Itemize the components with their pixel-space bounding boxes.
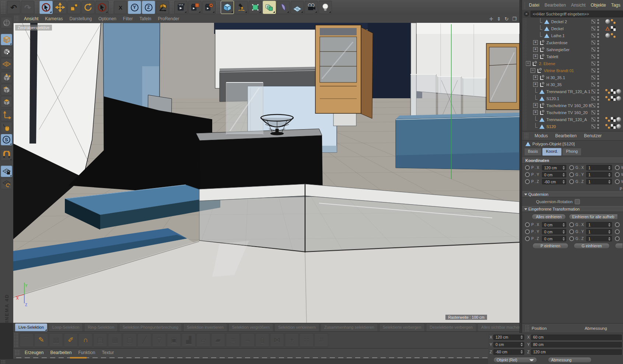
dots-tag-icon[interactable] xyxy=(611,19,616,24)
knife-tool-icon[interactable]: ✎ xyxy=(34,333,48,347)
selection-tab[interactable]: Deselektierte verbergen xyxy=(426,323,476,331)
object-manager-menu-item[interactable]: Tags xyxy=(611,3,620,8)
unfreeze-all-button[interactable]: Einfrieren für alle aufheb xyxy=(569,214,618,220)
editor-render-dots-icon[interactable] xyxy=(597,33,599,38)
expander-icon[interactable] xyxy=(533,47,538,52)
uvw-tag-icon[interactable] xyxy=(611,117,616,122)
expander-icon[interactable] xyxy=(538,26,543,31)
dots-tag-icon[interactable] xyxy=(605,96,610,101)
layer-toggle-icon[interactable] xyxy=(591,96,595,100)
freeze-g-button[interactable]: G einfrieren xyxy=(574,243,610,249)
keyframe-circle-icon[interactable] xyxy=(569,222,574,227)
dots-tag-icon[interactable] xyxy=(605,89,610,94)
shear-a-tool-icon[interactable]: ▱ xyxy=(196,333,210,347)
dimension-x-input[interactable]: 60 cm xyxy=(531,335,622,340)
object-label[interactable]: Deckel xyxy=(551,26,564,31)
expander-icon[interactable] xyxy=(533,117,538,122)
visibility-toggles[interactable] xyxy=(591,33,604,38)
points-mode-button[interactable] xyxy=(1,72,12,83)
position-input[interactable]: 0 cm xyxy=(542,229,566,234)
selection-tab[interactable]: Selektion vergrößern xyxy=(228,323,273,331)
layer-toggle-icon[interactable] xyxy=(591,33,595,38)
layer-toggle-icon[interactable] xyxy=(591,89,595,93)
lock-workplane-button[interactable] xyxy=(1,166,12,177)
visibility-toggles[interactable] xyxy=(591,96,604,101)
object-label[interactable]: Tischvitrine TV 160_20 B xyxy=(546,103,591,108)
dimension-y-input[interactable]: 80 cm xyxy=(531,342,622,347)
stepper-icon[interactable] xyxy=(562,179,565,184)
object-manager-menu-item[interactable]: Objekte xyxy=(591,3,606,8)
tweak-mode-button[interactable] xyxy=(1,122,12,133)
mirror-tool-icon[interactable]: ⋈ xyxy=(270,333,284,347)
size-input[interactable]: 1 xyxy=(586,229,612,234)
object-label[interactable]: 2. Ebene xyxy=(539,61,555,66)
stepper-icon[interactable] xyxy=(562,165,565,170)
size-input[interactable]: 1 xyxy=(586,179,612,184)
quaternion-section-header[interactable]: Quaternion xyxy=(522,191,623,197)
add-subdivision-surface-button[interactable] xyxy=(249,1,262,14)
layer-toggle-icon[interactable] xyxy=(591,47,595,52)
stepper-icon[interactable] xyxy=(562,172,565,177)
scale-tool-button[interactable] xyxy=(67,1,81,14)
uvw-tag-icon[interactable] xyxy=(611,96,616,101)
layer-toggle-icon[interactable] xyxy=(591,75,595,79)
object-label[interactable]: S120.1 xyxy=(546,96,559,101)
uvw-tag-icon[interactable] xyxy=(611,89,616,94)
selection-tab[interactable]: Live-Selektion xyxy=(15,323,48,331)
object-label[interactable]: H 30_35.1 xyxy=(546,75,565,80)
split-tool-icon[interactable]: ▯ xyxy=(255,333,269,347)
editor-render-dots-icon[interactable] xyxy=(597,124,599,129)
position-y-input[interactable]: 0 cm xyxy=(493,342,524,347)
keyframe-circle-icon[interactable] xyxy=(525,179,530,184)
search-input[interactable] xyxy=(531,11,623,17)
selection-tab[interactable]: Ring-Selektion xyxy=(84,323,118,331)
keyframe-circle-icon[interactable] xyxy=(569,165,574,170)
object-tree-row[interactable]: S120 xyxy=(522,123,623,130)
object-manager-grip[interactable] xyxy=(524,1,525,9)
material-tag-icon[interactable] xyxy=(616,124,621,129)
object-tree-row[interactable]: Lathe.1 xyxy=(522,32,623,39)
keyframe-circle-icon[interactable] xyxy=(615,172,620,177)
polygons-mode-button[interactable] xyxy=(1,96,12,107)
undo-button[interactable]: ↶ xyxy=(7,1,20,14)
object-tree-row[interactable]: Trennwand TR_120_A.1 xyxy=(522,88,623,95)
keyframe-circle-icon[interactable] xyxy=(615,165,620,170)
layer-toggle-icon[interactable] xyxy=(591,26,595,31)
material-tag-icon[interactable] xyxy=(616,117,621,122)
bridge-tool-icon[interactable]: ▣ xyxy=(167,333,181,347)
stepper-icon[interactable] xyxy=(520,335,523,340)
attribute-tab[interactable]: Phong xyxy=(562,148,581,156)
rotate-tool-button[interactable] xyxy=(81,1,95,14)
expander-icon[interactable] xyxy=(533,82,538,87)
inner-extrude-tool-icon[interactable]: ▥ xyxy=(108,333,122,347)
toolbar-grip[interactable] xyxy=(1,1,6,14)
visibility-toggles[interactable] xyxy=(591,117,604,122)
object-tree-row[interactable]: Tischvitrine TV 160_20 B xyxy=(522,102,623,109)
layer-toggle-icon[interactable] xyxy=(591,82,595,86)
visibility-toggles[interactable] xyxy=(591,61,604,66)
object-label[interactable]: Tablett xyxy=(546,54,558,59)
size-input[interactable]: 1 xyxy=(586,172,612,177)
material-tag-icon[interactable] xyxy=(605,19,610,24)
viewport-menu-item[interactable]: Kameras xyxy=(45,16,63,21)
position-input[interactable]: -60 cm xyxy=(542,179,566,184)
expander-icon[interactable] xyxy=(533,96,538,101)
selection-tab[interactable]: Selektion invertieren xyxy=(183,323,227,331)
planar-workplane-button[interactable] xyxy=(1,178,12,189)
cone-cut-tool-icon[interactable]: ▽ xyxy=(152,333,166,347)
visibility-toggles[interactable] xyxy=(591,89,604,94)
viewport-menubar-grip[interactable] xyxy=(14,15,19,22)
render-settings-button[interactable] xyxy=(202,1,216,14)
object-tree-row[interactable]: H 30_35.1 xyxy=(522,74,623,81)
extrude-tool-icon[interactable]: ▤ xyxy=(93,333,107,347)
visibility-toggles[interactable] xyxy=(591,54,604,59)
stepper-icon[interactable] xyxy=(608,172,611,177)
clear-search-icon[interactable]: ✕ xyxy=(524,11,529,17)
weight-tool-icon[interactable]: ▟ xyxy=(182,333,196,347)
workplane-mode-button[interactable] xyxy=(1,58,12,70)
visibility-toggles[interactable] xyxy=(591,75,604,80)
editor-render-dots-icon[interactable] xyxy=(597,54,599,59)
line-cut-tool-icon[interactable]: ╱ xyxy=(137,333,151,347)
stepper-icon[interactable] xyxy=(608,236,611,241)
bottom-menu-grip[interactable] xyxy=(15,350,20,356)
